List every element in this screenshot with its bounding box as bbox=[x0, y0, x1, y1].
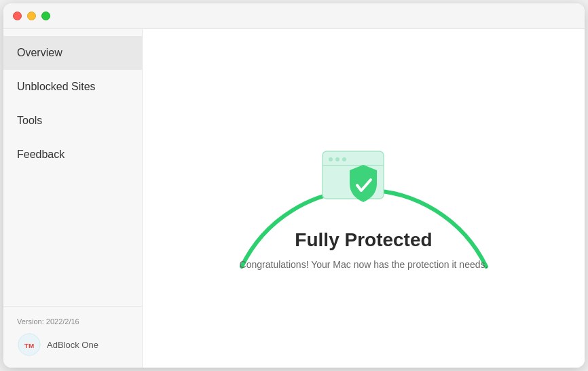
arc-container: Fully Protected Congratulations! Your Ma… bbox=[221, 70, 507, 328]
traffic-lights bbox=[13, 12, 50, 20]
close-button[interactable] bbox=[13, 12, 22, 20]
sidebar-item-tools[interactable]: Tools bbox=[3, 104, 142, 138]
version-label: Version: 2022/2/16 bbox=[17, 317, 128, 326]
app-window: Overview Unblocked Sites Tools Feedback … bbox=[3, 3, 585, 368]
svg-point-3 bbox=[329, 157, 333, 161]
title-bar bbox=[3, 3, 585, 29]
main-content: Fully Protected Congratulations! Your Ma… bbox=[143, 29, 585, 368]
app-body: Overview Unblocked Sites Tools Feedback … bbox=[3, 29, 585, 368]
trend-micro-logo-icon: TM bbox=[17, 332, 41, 357]
content-center: Fully Protected Congratulations! Your Ma… bbox=[240, 148, 488, 270]
brand-area: TM AdBlock One bbox=[17, 332, 128, 357]
browser-shield-icon bbox=[319, 148, 407, 216]
sidebar-nav: Overview Unblocked Sites Tools Feedback bbox=[3, 36, 142, 306]
sidebar-item-overview[interactable]: Overview bbox=[3, 36, 142, 70]
sidebar: Overview Unblocked Sites Tools Feedback … bbox=[3, 29, 143, 368]
maximize-button[interactable] bbox=[41, 12, 50, 20]
svg-point-4 bbox=[335, 157, 339, 161]
svg-point-5 bbox=[342, 157, 346, 161]
status-subtitle: Congratulations! Your Mac now has the pr… bbox=[240, 259, 488, 270]
sidebar-item-feedback[interactable]: Feedback bbox=[3, 138, 142, 172]
status-title: Fully Protected bbox=[295, 229, 432, 251]
sidebar-footer: Version: 2022/2/16 TM AdBlock One bbox=[3, 306, 142, 368]
sidebar-item-unblocked-sites[interactable]: Unblocked Sites bbox=[3, 70, 142, 104]
brand-name-label: AdBlock One bbox=[47, 340, 98, 350]
svg-text:TM: TM bbox=[24, 342, 34, 349]
minimize-button[interactable] bbox=[27, 12, 36, 20]
